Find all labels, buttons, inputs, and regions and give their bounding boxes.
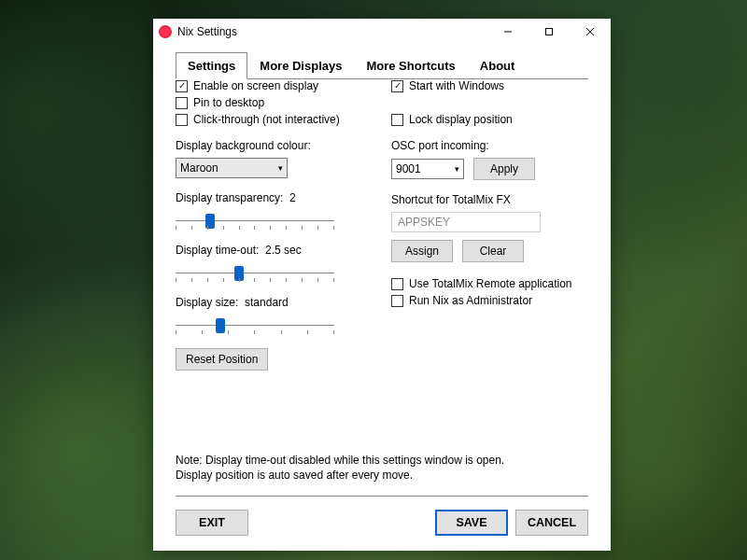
shortcut-value: APPSKEY (398, 216, 450, 229)
click-through-checkbox[interactable] (176, 114, 188, 126)
transparency-value: 2 (289, 191, 296, 204)
footer-note: Note: Display time-out disabled while th… (176, 453, 588, 483)
tab-about[interactable]: About (468, 52, 528, 79)
bg-colour-select[interactable]: Maroon ▾ (176, 158, 288, 178)
clear-button[interactable]: Clear (462, 240, 524, 262)
size-value: standard (245, 296, 289, 309)
timeout-value: 2.5 sec (265, 244, 302, 257)
tab-more-shortcuts[interactable]: More Shortcuts (354, 52, 467, 79)
transparency-label: Display transparency: (176, 191, 283, 204)
enable-osd-label: Enable on screen display (193, 79, 318, 92)
osc-port-label: OSC port incoming: (391, 139, 588, 152)
run-admin-checkbox[interactable] (391, 295, 403, 307)
note-line-1: Note: Display time-out disabled while th… (176, 454, 504, 467)
bg-colour-label: Display background colour: (176, 139, 373, 152)
dialog-footer: EXIT SAVE CANCEL (153, 500, 611, 551)
pin-desktop-label: Pin to desktop (193, 96, 264, 109)
note-line-2: Display position is auto saved after eve… (176, 469, 413, 482)
chevron-down-icon: ▾ (455, 164, 459, 174)
start-windows-checkbox[interactable]: ✓ (391, 80, 403, 92)
reset-position-button[interactable]: Reset Position (176, 348, 268, 371)
run-admin-label: Run Nix as Administrator (409, 294, 532, 307)
save-button[interactable]: SAVE (435, 510, 508, 536)
left-column: ✓ Enable on screen display Pin to deskto… (176, 79, 373, 371)
shortcut-label: Shortcut for TotalMix FX (391, 193, 588, 206)
minimize-button[interactable] (487, 19, 529, 45)
bg-colour-value: Maroon (180, 161, 218, 175)
apply-button[interactable]: Apply (473, 158, 535, 180)
lock-position-label: Lock display position (409, 113, 513, 126)
close-icon (585, 27, 595, 36)
right-column: ✓ Start with Windows x Lock display posi… (391, 79, 588, 371)
use-remote-checkbox[interactable] (391, 278, 403, 290)
timeout-slider[interactable] (176, 264, 334, 283)
start-windows-label: Start with Windows (409, 79, 504, 92)
pin-desktop-checkbox[interactable] (176, 97, 188, 109)
click-through-label: Click-through (not interactive) (193, 113, 340, 126)
app-icon (159, 25, 172, 38)
minimize-icon (503, 27, 513, 36)
maximize-button[interactable] (529, 19, 570, 45)
enable-osd-checkbox[interactable]: ✓ (176, 80, 188, 92)
window-title: Nix Settings (177, 25, 237, 38)
use-remote-label: Use TotalMix Remote application (409, 277, 572, 290)
chevron-down-icon: ▾ (278, 163, 283, 173)
divider (176, 496, 588, 497)
size-label: Display size: (176, 296, 238, 309)
close-button[interactable] (570, 19, 611, 45)
tab-more-displays[interactable]: More Displays (247, 52, 354, 79)
tab-settings[interactable]: Settings (176, 52, 247, 79)
svg-rect-1 (546, 29, 553, 35)
exit-button[interactable]: EXIT (176, 510, 248, 536)
maximize-icon (544, 27, 554, 36)
tab-bar: Settings More Displays More Shortcuts Ab… (176, 52, 588, 79)
timeout-label: Display time-out: (176, 244, 259, 257)
osc-port-value: 9001 (396, 162, 421, 175)
assign-button[interactable]: Assign (391, 240, 453, 262)
osc-port-select[interactable]: 9001 ▾ (391, 159, 464, 179)
lock-position-checkbox[interactable] (391, 114, 403, 126)
settings-window: Nix Settings Settings More Displays More… (153, 19, 611, 551)
cancel-button[interactable]: CANCEL (515, 510, 588, 536)
titlebar: Nix Settings (153, 19, 611, 45)
shortcut-input[interactable]: APPSKEY (391, 212, 541, 232)
transparency-slider[interactable] (176, 212, 334, 231)
size-slider[interactable] (176, 316, 334, 335)
titlebar-buttons (487, 19, 611, 45)
